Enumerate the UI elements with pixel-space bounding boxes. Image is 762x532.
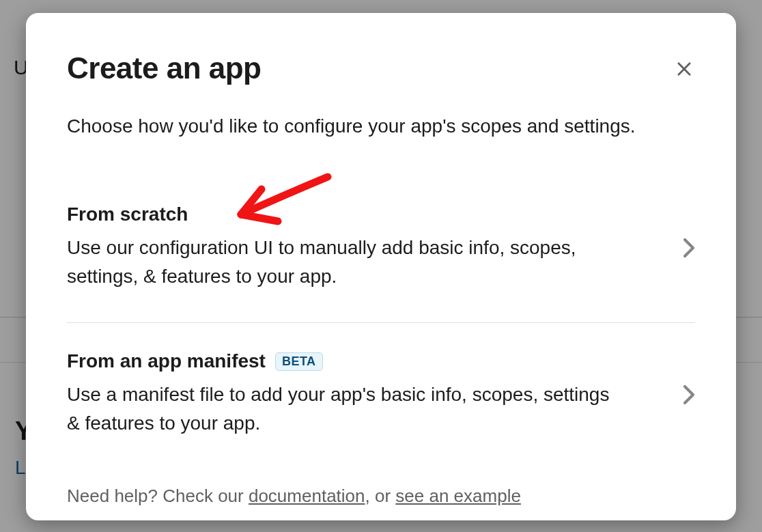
option-from-manifest[interactable]: From an app manifest BETA Use a manifest… (26, 334, 736, 458)
modal-title: Create an app (67, 51, 695, 85)
close-button[interactable] (669, 54, 699, 84)
divider (67, 322, 695, 323)
see-example-link[interactable]: see an example (395, 486, 521, 506)
option-from-scratch[interactable]: From scratch Use our configuration UI to… (26, 187, 736, 311)
option-title: From scratch (67, 204, 188, 225)
help-text: Need help? Check our documentation, or s… (26, 458, 736, 507)
documentation-link[interactable]: documentation (249, 486, 365, 506)
chevron-right-icon (681, 384, 696, 408)
options-list: From scratch Use our configuration UI to… (26, 187, 736, 458)
modal-subtitle: Choose how you'd like to configure your … (26, 85, 736, 139)
create-app-modal: Create an app Choose how you'd like to c… (26, 13, 736, 520)
close-icon (675, 59, 694, 79)
option-title: From an app manifest (67, 350, 266, 372)
option-description: Use our configuration UI to manually add… (67, 234, 627, 291)
beta-badge: BETA (275, 352, 323, 371)
chevron-right-icon (681, 238, 696, 261)
option-description: Use a manifest file to add your app's ba… (67, 380, 627, 438)
